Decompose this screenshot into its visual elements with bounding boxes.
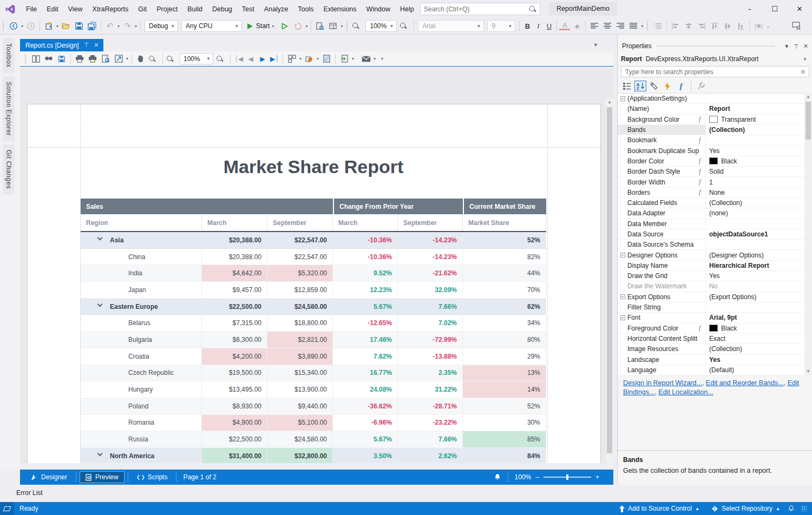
justify-icon[interactable]: [627, 20, 639, 32]
property-row-font[interactable]: +FontArial, 9pt: [618, 313, 805, 323]
zoom-in-icon[interactable]: [399, 20, 411, 32]
scale-caret[interactable]: ▾: [126, 56, 128, 61]
italic-button[interactable]: I: [533, 22, 543, 30]
pin-icon[interactable]: ⊤: [84, 42, 89, 49]
zoom-minus-button[interactable]: –: [535, 473, 539, 481]
property-row-draw-the-grid[interactable]: Draw the GridYes: [618, 271, 805, 281]
side-tab-git-changes[interactable]: Git Changes: [3, 144, 15, 194]
property-value[interactable]: 1: [709, 179, 713, 186]
font-size-combo[interactable]: 9▼: [487, 20, 515, 32]
advanced-properties-icon[interactable]: [695, 81, 707, 91]
property-row-designer-options[interactable]: +Designer Options(Designer Options): [618, 250, 805, 260]
clear-search-icon[interactable]: ⊗: [801, 68, 806, 75]
new-project-caret[interactable]: ▾: [56, 24, 58, 29]
property-value[interactable]: Hierarchical Report: [709, 262, 769, 269]
align-rights-icon[interactable]: [696, 20, 708, 32]
property-row-calculated-fields[interactable]: Calculated Fields(Collection): [618, 198, 805, 208]
group-row-asia[interactable]: Asia$20,388.00$22,547.00-10.36%-14.23%52…: [81, 232, 546, 249]
property-pages-icon[interactable]: [648, 81, 660, 91]
collapse-chevron-icon[interactable]: [97, 451, 103, 456]
export-document-icon[interactable]: [338, 53, 351, 65]
property-row-borders[interactable]: BordersfNone: [618, 188, 805, 198]
property-value[interactable]: (Export Options): [709, 293, 756, 301]
resize-grip[interactable]: [801, 506, 807, 511]
zoom-level-combo[interactable]: 100%▼: [365, 20, 397, 32]
properties-search-box[interactable]: ⊗: [621, 66, 809, 77]
expand-icon[interactable]: +: [620, 294, 625, 299]
preview-tab-designer[interactable]: Designer: [25, 471, 73, 483]
search-input[interactable]: [421, 5, 529, 13]
property-row-data-adapter[interactable]: Data Adapter(none): [618, 208, 805, 219]
menu-view[interactable]: View: [63, 3, 88, 15]
navigate-forward-icon[interactable]: [25, 20, 37, 32]
multiple-pages-icon[interactable]: [285, 53, 298, 65]
property-row-border-color[interactable]: Border ColorfBlack: [618, 156, 805, 167]
preview-tab-scripts[interactable]: Scripts: [132, 471, 173, 483]
property-row--name-[interactable]: (Name)Report: [618, 104, 805, 114]
property-value[interactable]: Yes: [709, 356, 721, 364]
multiple-pages-caret[interactable]: ▾: [299, 56, 302, 61]
property-value[interactable]: (Collection): [709, 345, 742, 353]
first-page-icon[interactable]: ⏐◀: [233, 55, 245, 63]
property-value[interactable]: Exact: [709, 335, 725, 342]
send-feedback-icon[interactable]: [790, 20, 802, 32]
save-all-icon[interactable]: [86, 20, 98, 32]
document-tab[interactable]: Report.cs [Design] ⊤ ✕: [20, 39, 103, 51]
property-value[interactable]: Black: [721, 325, 737, 332]
close-panel-icon[interactable]: ✕: [803, 43, 808, 50]
vertical-scroll-thumb[interactable]: [607, 107, 612, 453]
redo-icon[interactable]: ↷: [121, 20, 133, 32]
property-value[interactable]: objectDataSource1: [709, 230, 768, 238]
next-page-icon[interactable]: ▶: [257, 55, 269, 63]
error-list-panel[interactable]: Error List: [0, 485, 812, 502]
group-row-eastern-europe[interactable]: Eastern Europe$22,500.00$24,580.005.67%7…: [81, 299, 546, 315]
menu-edit[interactable]: Edit: [42, 3, 63, 15]
zoom-slider[interactable]: [543, 477, 591, 478]
save-document-icon[interactable]: [55, 53, 68, 65]
align-right-icon[interactable]: [614, 20, 626, 32]
menu-window[interactable]: Window: [362, 3, 395, 15]
property-row-background-color[interactable]: Background ColorfTransparent: [618, 115, 805, 125]
zoom-plus-button[interactable]: +: [595, 473, 599, 481]
search-document-icon[interactable]: [42, 53, 55, 65]
window-position-caret[interactable]: ▼: [784, 43, 789, 49]
property-row--applicationsettings-[interactable]: +(ApplicationSettings): [618, 94, 805, 104]
side-tab-solution-explorer[interactable]: Solution Explorer: [3, 76, 15, 141]
underline-button[interactable]: U: [543, 22, 554, 30]
property-value[interactable]: (Collection): [709, 199, 742, 207]
document-map-icon[interactable]: [29, 53, 42, 65]
align-center-icon[interactable]: [601, 20, 613, 32]
font-name-combo[interactable]: Arial▼: [418, 20, 484, 32]
property-row-language[interactable]: Language(Default): [618, 365, 805, 375]
quick-print-icon[interactable]: [86, 53, 99, 65]
expand-icon[interactable]: +: [620, 315, 625, 320]
property-row-bands[interactable]: Bands(Collection): [618, 125, 805, 135]
vertical-scrollbar[interactable]: ▲ ▼: [606, 98, 613, 463]
expand-icon[interactable]: +: [620, 253, 625, 258]
align-bottoms-icon[interactable]: [735, 20, 746, 32]
property-row-border-dash-style[interactable]: Border Dash StylefSolid: [618, 167, 805, 177]
page-color-icon[interactable]: [303, 53, 316, 65]
close-button[interactable]: ✕: [787, 0, 812, 18]
property-row-data-source[interactable]: Data SourceobjectDataSource1: [618, 229, 805, 240]
select-repository-button[interactable]: Select Repository ▲: [707, 505, 784, 512]
font-color-button[interactable]: A: [559, 22, 570, 30]
menu-project[interactable]: Project: [152, 3, 182, 15]
print-icon[interactable]: [73, 53, 86, 65]
magnifier-tool-icon[interactable]: [147, 53, 160, 65]
preview-zoom-in-icon[interactable]: [215, 53, 228, 65]
property-value[interactable]: Yes: [709, 147, 720, 155]
properties-search-input[interactable]: [621, 68, 801, 76]
open-file-icon[interactable]: [60, 20, 72, 32]
border-lines-icon[interactable]: [652, 20, 664, 32]
toolbar-overflow-caret[interactable]: ▾: [340, 24, 343, 29]
prop-scroll-down-icon[interactable]: ▼: [804, 368, 812, 375]
add-to-source-control-button[interactable]: Add to Source Control ▲: [615, 505, 704, 512]
send-email-caret[interactable]: ▾: [374, 56, 376, 61]
properties-scrollbar[interactable]: ▲ ▼: [804, 93, 812, 375]
property-value[interactable]: Arial, 9pt: [709, 314, 737, 321]
zoom-out-icon[interactable]: [351, 20, 363, 32]
property-row-border-width[interactable]: Border Widthf1: [618, 177, 805, 187]
link-edit-and-reorder-bands[interactable]: Edit and Reorder Bands...: [706, 379, 784, 387]
preview-zoom-combo[interactable]: 100%▼: [180, 53, 213, 64]
